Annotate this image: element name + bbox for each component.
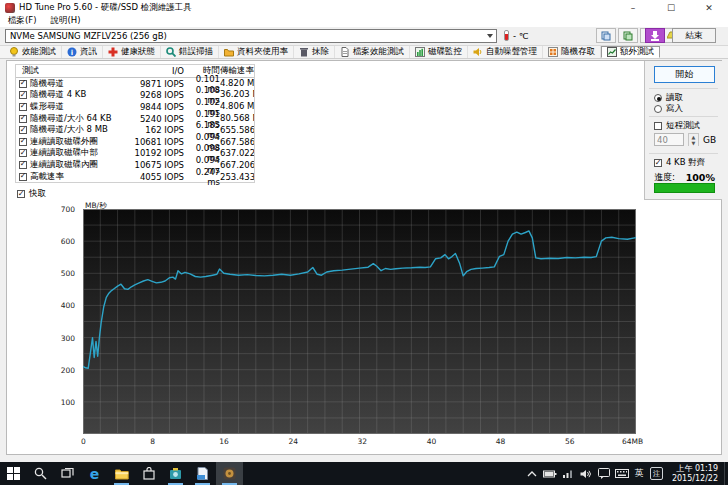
- tab-cross[interactable]: 健康狀態: [103, 46, 161, 58]
- test-size-input[interactable]: [654, 133, 684, 146]
- row-checkbox[interactable]: [19, 103, 27, 111]
- magnifier-icon: [166, 47, 176, 57]
- start-button[interactable]: 開始: [654, 66, 715, 83]
- write-radio[interactable]: 寫入: [654, 103, 683, 115]
- speaker-icon: [473, 47, 483, 57]
- test-io: 10681 IOPS: [134, 137, 184, 147]
- test-io: 9268 IOPS: [134, 90, 184, 100]
- tab-label: 磁碟監控: [428, 46, 462, 58]
- menu-file[interactable]: 檔案(F): [8, 15, 37, 27]
- row-checkbox[interactable]: [19, 138, 27, 146]
- chevron-down-icon: [487, 34, 493, 38]
- row-checkbox[interactable]: [19, 173, 27, 181]
- x-axis-tick: 40: [427, 437, 437, 446]
- copy-text-button[interactable]: [596, 28, 616, 43]
- short-stroke-checkbox[interactable]: 短程測試: [654, 120, 700, 132]
- taskbar-store-icon[interactable]: [135, 462, 162, 485]
- short-stroke-checkbox-box[interactable]: [654, 122, 662, 130]
- taskbar-clock[interactable]: 上午 01:19 2015/12/22: [666, 464, 724, 484]
- ime-mode-icon[interactable]: 注: [650, 467, 663, 480]
- read-radio-circle[interactable]: [654, 94, 662, 102]
- close-button[interactable]: ✕: [690, 0, 728, 15]
- row-checkbox[interactable]: [19, 149, 27, 157]
- stepper-arrows[interactable]: ▲▼: [688, 133, 699, 146]
- tab-label: 抹除: [312, 46, 329, 58]
- network-icon[interactable]: [559, 462, 577, 485]
- folder-icon: [224, 47, 234, 57]
- battery-icon[interactable]: [541, 462, 559, 485]
- test-rate: 253.433 MB...: [220, 172, 254, 182]
- row-checkbox[interactable]: [19, 80, 27, 88]
- tab-chart2[interactable]: 額外測試: [601, 46, 660, 58]
- align-4kb-checkbox[interactable]: 4 KB 對齊: [654, 157, 705, 169]
- taskbar-edge-icon[interactable]: e: [81, 462, 108, 485]
- temperature-value: - ℃: [513, 31, 528, 41]
- taskbar-start-button[interactable]: [0, 462, 27, 485]
- y-axis-tick: 300: [45, 334, 75, 343]
- taskbar-file-explorer-icon[interactable]: [108, 462, 135, 485]
- taskbar-search-icon[interactable]: [27, 462, 54, 485]
- hdtune-app-icon: [5, 3, 15, 13]
- volume-icon[interactable]: [577, 462, 595, 485]
- tab-file[interactable]: 檔案效能測試: [335, 46, 410, 58]
- test-name: 蝶形尋道: [30, 101, 64, 113]
- row-checkbox[interactable]: [19, 126, 27, 134]
- row-checkbox[interactable]: [19, 115, 27, 123]
- grid-icon: [548, 47, 558, 57]
- row-checkbox[interactable]: [19, 91, 27, 99]
- minimize-button[interactable]: –: [614, 0, 652, 15]
- taskbar: e 英 注 上午 01:19 2015/12/22: [0, 462, 728, 485]
- row-checkbox[interactable]: [19, 161, 27, 169]
- capture-toggle-button[interactable]: [645, 28, 665, 43]
- exit-button[interactable]: 結束: [672, 28, 716, 43]
- window-title: HD Tune Pro 5.60 - 硬碟/SSD 檢測維護工具: [19, 2, 192, 14]
- toolbar-tabs: 效能測試i資訊健康狀態錯誤掃描資料夾使用率抹除檔案效能測試磁碟監控自動噪聲管理隨…: [0, 45, 728, 59]
- test-name: 連續讀取磁碟內圈: [30, 159, 98, 171]
- touch-keyboard-icon[interactable]: [613, 462, 631, 485]
- chevron-up-icon[interactable]: [523, 462, 541, 485]
- test-rate: 655.586 MB...: [220, 125, 254, 135]
- write-radio-circle[interactable]: [654, 105, 662, 113]
- maximize-button[interactable]: ☐: [652, 0, 690, 15]
- progress-value: 100%: [686, 172, 715, 183]
- align-4kb-checkbox-box[interactable]: [654, 159, 662, 167]
- tab-info[interactable]: i資訊: [62, 46, 103, 58]
- show-desktop-button[interactable]: [724, 462, 728, 485]
- tab-trash[interactable]: 抹除: [294, 46, 335, 58]
- tab-label: 資訊: [80, 46, 97, 58]
- test-io: 4055 IOPS: [134, 172, 184, 182]
- x-axis-tick: 8: [150, 437, 155, 446]
- system-tray: 英 注 上午 01:19 2015/12/22: [523, 462, 728, 485]
- y-axis-tick: 500: [45, 269, 75, 278]
- menu-help[interactable]: 說明(H): [51, 15, 81, 27]
- taskbar-hdtune-icon[interactable]: [216, 462, 243, 485]
- ime-language-indicator[interactable]: 英: [631, 467, 647, 480]
- bulb-icon: [9, 47, 19, 57]
- feedback-icon[interactable]: [595, 462, 613, 485]
- taskbar-task-view-icon[interactable]: [54, 462, 81, 485]
- test-io: 10675 IOPS: [134, 160, 184, 170]
- tab-label: 效能測試: [22, 46, 56, 58]
- drive-selector[interactable]: NVMe SAMSUNG MZFLV256 (256 gB): [5, 29, 497, 43]
- taskbar-notepad-app-icon[interactable]: [189, 462, 216, 485]
- test-size-stepper: ▲▼ GB: [654, 133, 716, 146]
- test-io: 9844 IOPS: [134, 102, 184, 112]
- cache-checkbox-box[interactable]: [17, 190, 25, 198]
- test-rate: 667.206 MB...: [220, 160, 254, 170]
- tab-magnifier[interactable]: 錯誤掃描: [161, 46, 219, 58]
- col-io: I/O: [134, 66, 184, 76]
- tab-speaker[interactable]: 自動噪聲管理: [468, 46, 543, 58]
- hdtune-window: HD Tune Pro 5.60 - 硬碟/SSD 檢測維護工具 – ☐ ✕ 檔…: [0, 0, 728, 485]
- chart-canvas: [83, 209, 636, 434]
- tab-folder[interactable]: 資料夾使用率: [219, 46, 294, 58]
- taskbar-media-app-icon[interactable]: [162, 462, 189, 485]
- tab-bulb[interactable]: 效能測試: [4, 46, 62, 58]
- test-rate: 4.820 MB/秒: [220, 78, 254, 90]
- cache-checkbox[interactable]: 快取: [17, 188, 46, 200]
- tab-grid[interactable]: 隨機存取: [543, 46, 601, 58]
- test-io: 162 IOPS: [134, 125, 184, 135]
- test-name: 隨機尋道: [30, 78, 64, 90]
- progress-bar: [654, 183, 715, 193]
- copy-image-button[interactable]: [618, 28, 638, 43]
- tab-chart[interactable]: 磁碟監控: [410, 46, 468, 58]
